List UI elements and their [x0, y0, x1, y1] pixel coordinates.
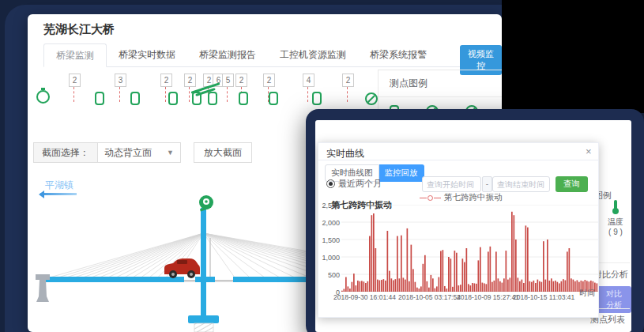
vibration-plot: [341, 205, 598, 292]
thermometer-icon: [611, 199, 620, 215]
series-legend-label: 第七跨跨中振动: [444, 192, 503, 203]
legend-marker-icon: [427, 195, 433, 201]
date-range-separator: -: [482, 176, 492, 192]
link-sensor-icon: [130, 92, 140, 105]
sensor-count-badge: 5: [222, 74, 234, 87]
link-sensor-icon: [168, 92, 178, 105]
query-end-input[interactable]: [492, 176, 550, 192]
section-select-label: 截面选择：: [33, 142, 97, 163]
section-dropdown-value: 动态背立面: [104, 143, 152, 162]
tab-3[interactable]: 工控机资源监测: [268, 43, 358, 66]
query-start-input[interactable]: [422, 176, 481, 192]
section-select-row: 截面选择： 动态背立面 ▼ 放大截面: [33, 142, 252, 163]
modal-tab-1[interactable]: 监控回放: [379, 164, 424, 182]
tab-2[interactable]: 桥梁监测报告: [187, 43, 268, 66]
sensor-dash-line: [119, 87, 120, 102]
link-sensor-icon: [239, 92, 248, 105]
left-abutment: [36, 274, 50, 302]
temperature-count: ( 9 ): [602, 228, 629, 236]
x-tick-label: 2018-09-30 16:01:44: [333, 293, 396, 301]
x-tick-label: 2018-10-09 15:27:41: [457, 293, 519, 301]
sensor-count-badge: 2: [69, 74, 81, 87]
camera-icon: [199, 195, 213, 211]
car: [164, 258, 200, 278]
x-tick-label: 2018-10-05 03:17:54: [398, 293, 461, 301]
query-button[interactable]: 查询: [555, 176, 588, 192]
legend-panel-title: 测点图例: [378, 70, 502, 97]
enlarge-section-button[interactable]: 放大截面: [194, 142, 252, 163]
section-dropdown[interactable]: 动态背立面 ▼: [97, 142, 181, 163]
link-sensor-icon: [208, 92, 217, 105]
x-tick-label: 2018-10-15 11:03:41: [513, 293, 574, 301]
y-tick-label: 1,500: [318, 236, 340, 244]
close-icon[interactable]: ×: [586, 145, 592, 157]
legend-line-icon: [420, 198, 427, 198]
sensor-dash-line: [165, 87, 166, 102]
stopwatch-icon: [36, 90, 50, 104]
bridge-tower: [201, 208, 206, 319]
sensor-count-badge: 2: [235, 74, 247, 87]
sensor-dash-line: [307, 87, 308, 102]
x-axis-title: 时间: [579, 288, 595, 299]
y-tick-label: 1,000: [318, 254, 340, 262]
sensor-dash-line: [189, 87, 190, 102]
tab-1[interactable]: 桥梁实时数据: [107, 43, 187, 66]
temperature-legend-item: 温度 ( 9 ): [602, 199, 629, 236]
tab-0[interactable]: 桥梁监测: [43, 43, 107, 67]
sensor-count-badge: 2: [160, 74, 172, 87]
main-tabs: 桥梁监测桥梁实时数据桥梁监测报告工控机资源监测桥梁系统报警: [43, 43, 488, 67]
sensor-dash-line: [347, 87, 348, 102]
pier: [188, 315, 219, 332]
sensor-count-badge: 2: [342, 74, 354, 87]
sensor-dash-line: [73, 87, 74, 102]
black-backdrop: [502, 0, 644, 113]
divider: [318, 160, 598, 160]
series-legend[interactable]: 第七跨跨中振动: [420, 192, 503, 203]
sensor-count-badge: 4: [303, 74, 314, 87]
page-title: 芜湖长江大桥: [43, 22, 115, 37]
link-sensor-icon: [95, 92, 104, 105]
sensor-count-badge: 2: [184, 74, 196, 87]
sensor-dash-line: [227, 87, 228, 102]
sensor-count-badge: 3: [115, 74, 126, 87]
tab-4[interactable]: 桥梁系统报警: [358, 43, 439, 66]
chevron-down-icon: ▼: [167, 143, 174, 162]
sensor-count-badge: 2: [263, 74, 275, 87]
temperature-label: 温度: [602, 217, 629, 228]
link-sensor-icon: [312, 92, 322, 105]
legend-line-icon: [434, 198, 441, 198]
no-entry-icon: [365, 92, 378, 105]
realtime-curve-modal: 实时曲线 × 实时曲线图监控回放 最近两个月 - 查询 第七跨跨中振动 第七跨跨…: [318, 142, 599, 318]
radio-recent-two-months[interactable]: [326, 179, 335, 188]
radio-label: 最近两个月: [338, 178, 382, 190]
y-tick-label: 2,500: [318, 202, 340, 209]
y-tick-label: 500: [318, 271, 340, 279]
y-tick-label: 2,000: [318, 219, 340, 227]
screen: 芜湖长江大桥 桥梁监测桥梁实时数据桥梁监测报告工控机资源监测桥梁系统报警 视频监…: [0, 0, 644, 332]
modal-title: 实时曲线: [326, 147, 364, 160]
direction-label: 平湖镇: [45, 179, 73, 192]
link-sensor-icon: [269, 92, 278, 105]
